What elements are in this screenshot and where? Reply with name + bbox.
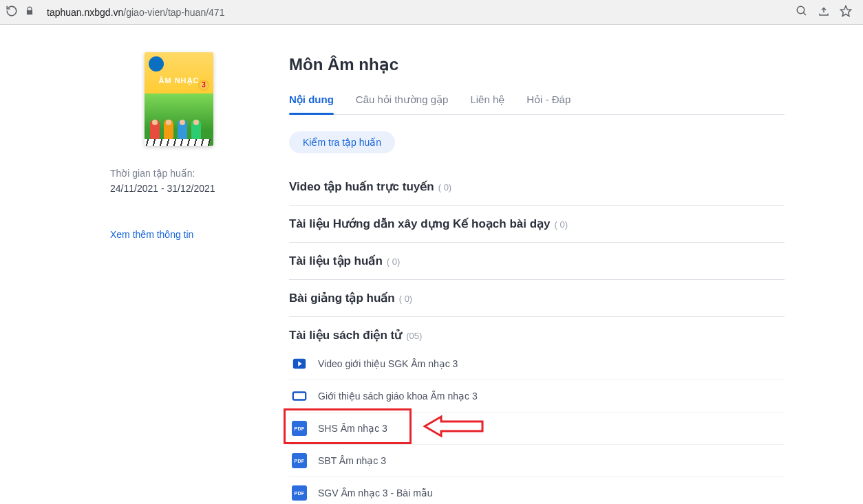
share-icon[interactable] xyxy=(818,5,830,20)
svg-marker-6 xyxy=(425,417,482,436)
tab-lien-he[interactable]: Liên hệ xyxy=(470,88,504,114)
svg-rect-5 xyxy=(293,393,306,400)
list-item[interactable]: Video giới thiệu SGK Âm nhạc 3 xyxy=(289,348,785,380)
section-count: (05) xyxy=(406,331,422,341)
item-label: SBT Âm nhạc 3 xyxy=(318,455,386,466)
training-period-dates: 24/11/2021 - 31/12/2021 xyxy=(110,183,248,194)
svg-marker-2 xyxy=(841,6,851,16)
star-icon[interactable] xyxy=(840,5,852,20)
zoom-icon[interactable] xyxy=(796,5,808,20)
section-training-materials[interactable]: Tài liệu tập huấn ( 0) xyxy=(289,243,785,280)
list-item[interactable]: Giới thiệu sách giáo khoa Âm nhạc 3 xyxy=(289,380,785,412)
list-item[interactable]: PDF SGV Âm nhạc 3 - Bài mẫu xyxy=(289,476,785,504)
list-item[interactable]: PDF SHS Âm nhạc 3 xyxy=(289,412,785,444)
page-title: Môn Âm nhạc xyxy=(289,55,785,74)
section-training-lectures[interactable]: Bài giảng tập huấn ( 0) xyxy=(289,280,785,317)
slide-icon xyxy=(292,388,307,404)
book-cover: ÂM NHẠC 3 xyxy=(145,52,213,146)
browser-toolbar: taphuan.nxbgd.vn/giao-vien/tap-huan/471 xyxy=(0,0,863,25)
section-count: ( 0) xyxy=(399,294,413,304)
list-item[interactable]: PDF SBT Âm nhạc 3 xyxy=(289,444,785,476)
section-count: ( 0) xyxy=(438,182,452,193)
item-label: Giới thiệu sách giáo khoa Âm nhạc 3 xyxy=(318,391,478,402)
pdf-icon: PDF xyxy=(292,453,307,468)
tab-noi-dung[interactable]: Nội dung xyxy=(289,88,334,114)
more-info-link[interactable]: Xem thêm thông tin xyxy=(110,229,193,240)
tab-hoi-dap[interactable]: Hỏi - Đáp xyxy=(526,88,571,114)
main-content: Môn Âm nhạc Nội dung Câu hỏi thường gặp … xyxy=(289,52,785,504)
arrow-annotation xyxy=(423,414,485,439)
pdf-icon: PDF xyxy=(292,421,307,436)
tabs: Nội dung Câu hỏi thường gặp Liên hệ Hỏi … xyxy=(289,88,785,115)
training-period-label: Thời gian tập huấn: xyxy=(110,168,248,179)
exam-button[interactable]: Kiểm tra tập huấn xyxy=(289,131,395,153)
item-label: SGV Âm nhạc 3 - Bài mẫu xyxy=(318,487,433,498)
svg-line-1 xyxy=(803,12,806,15)
section-count: ( 0) xyxy=(387,256,401,267)
sidebar: ÂM NHẠC 3 Thời gian tập huấn: 24/11/2021… xyxy=(110,52,248,504)
svg-point-0 xyxy=(797,6,805,14)
cover-grade-badge: 3 xyxy=(198,80,209,91)
section-title: Bài giảng tập huấn xyxy=(289,291,395,305)
item-label: Video giới thiệu SGK Âm nhạc 3 xyxy=(318,358,458,369)
video-icon xyxy=(292,356,307,371)
refresh-icon[interactable] xyxy=(6,5,18,20)
browser-actions xyxy=(796,5,857,20)
section-title: Tài liệu tập huấn xyxy=(289,254,383,268)
pdf-icon: PDF xyxy=(292,485,307,501)
section-title: Video tập huấn trực tuyến xyxy=(289,179,434,194)
lock-icon xyxy=(25,6,34,19)
address-bar[interactable]: taphuan.nxbgd.vn/giao-vien/tap-huan/471 xyxy=(41,3,789,22)
ebook-items: Video giới thiệu SGK Âm nhạc 3 Giới thiệ… xyxy=(289,348,785,504)
url-text: taphuan.nxbgd.vn/giao-vien/tap-huan/471 xyxy=(47,7,224,18)
section-ebooks: Tài liệu sách điện tử (05) Video giới th… xyxy=(289,317,785,504)
section-title: Tài liệu Hướng dẫn xây dựng Kế hoạch bài… xyxy=(289,217,551,231)
tab-cau-hoi[interactable]: Câu hỏi thường gặp xyxy=(356,88,449,114)
section-lesson-plan-guide[interactable]: Tài liệu Hướng dẫn xây dựng Kế hoạch bài… xyxy=(289,206,785,243)
section-count: ( 0) xyxy=(555,219,568,230)
item-label: SHS Âm nhạc 3 xyxy=(318,423,387,434)
section-title: Tài liệu sách điện tử xyxy=(289,328,402,342)
section-video-training[interactable]: Video tập huấn trực tuyến ( 0) xyxy=(289,168,785,206)
